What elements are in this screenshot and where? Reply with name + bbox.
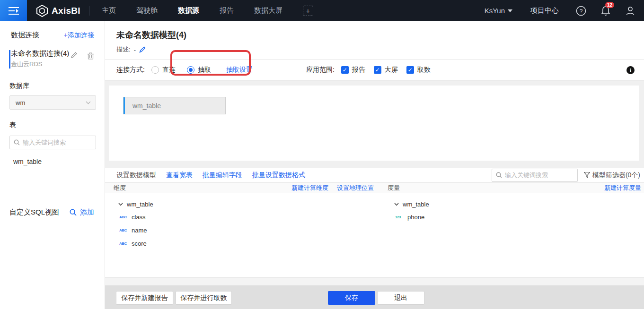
- account-dropdown[interactable]: KsYun: [485, 7, 512, 15]
- nav-item-dashboard[interactable]: 数据大屏: [254, 6, 282, 15]
- sidebar-table-item[interactable]: wm_table: [0, 149, 105, 165]
- nav-item-report[interactable]: 报告: [220, 6, 234, 15]
- field-search-box: [492, 169, 578, 182]
- dimensions-column: wm_table ABC class ABC name ABC score: [105, 193, 381, 277]
- table-search-box: [9, 136, 96, 149]
- field-lists: wm_table ABC class ABC name ABC score: [105, 193, 644, 277]
- help-icon: ?: [576, 6, 586, 16]
- user-icon: [625, 6, 635, 16]
- info-icon[interactable]: i: [626, 66, 635, 74]
- number-type-icon: 123: [395, 215, 403, 219]
- text-type-icon: ABC: [119, 215, 127, 219]
- funnel-icon: [584, 172, 590, 178]
- table-node[interactable]: wm_table: [123, 97, 226, 114]
- footer-strip: [105, 277, 644, 285]
- chevron-down-icon: [394, 203, 399, 206]
- edit-description-icon[interactable]: [139, 46, 146, 53]
- dimension-field-row[interactable]: ABC name: [105, 223, 381, 237]
- nav-item-home[interactable]: 主页: [102, 6, 116, 15]
- measures-column: wm_table 123 phone: [381, 193, 644, 277]
- save-button[interactable]: 保存: [328, 291, 375, 305]
- connection-mode-label: 连接方式:: [116, 66, 145, 74]
- notification-badge: 12: [605, 2, 614, 8]
- checkbox-report[interactable]: ✓ 报告: [341, 66, 365, 74]
- field-list-header: 维度 新建计算维度 设置地理位置 度量 新建计算度量: [105, 182, 644, 193]
- main-panel: 未命名数据模型(4) 描述: - 连接方式: 直连: [105, 21, 644, 309]
- project-center-link[interactable]: 项目中心: [530, 6, 559, 15]
- text-type-icon: ABC: [119, 241, 127, 246]
- save-and-new-report-button[interactable]: 保存并新建报告: [116, 291, 173, 305]
- search-icon: [496, 172, 502, 178]
- text-type-icon: ABC: [119, 228, 127, 232]
- data-connection-title: 数据连接: [11, 31, 39, 40]
- help-button[interactable]: ?: [576, 6, 586, 16]
- table-node-label: wm_table: [125, 102, 161, 110]
- extract-settings-link[interactable]: 抽取设置: [226, 66, 253, 74]
- field-search-input[interactable]: [505, 172, 571, 179]
- add-sql-view-button[interactable]: 添加: [70, 208, 94, 217]
- dimension-group-label: wm_table: [127, 201, 153, 208]
- nav-divider: [89, 6, 89, 16]
- save-and-fetch-button[interactable]: 保存并进行取数: [176, 291, 232, 305]
- hamburger-menu-button[interactable]: [0, 0, 27, 21]
- checkbox-bigscreen[interactable]: ✓ 大屏: [374, 66, 398, 74]
- app-logo[interactable]: AxisBI: [27, 5, 89, 17]
- radio-unchecked-icon: [151, 66, 159, 74]
- dimensions-header: 维度: [114, 184, 126, 192]
- table-label: 表: [0, 110, 105, 129]
- tab-view-wide-table[interactable]: 查看宽表: [166, 171, 193, 180]
- dimension-group-row[interactable]: wm_table: [105, 198, 381, 210]
- connection-type: 金山云RDS: [11, 60, 98, 69]
- radio-direct-connect[interactable]: 直连: [151, 66, 176, 74]
- chevron-down-icon: [508, 9, 512, 12]
- app-logo-text: AxisBI: [52, 6, 80, 16]
- dimension-field-row[interactable]: ABC class: [105, 210, 381, 223]
- add-module-icon[interactable]: +: [303, 6, 313, 16]
- radio-checked-icon: [187, 66, 194, 74]
- checkbox-fetch[interactable]: ✓ 取数: [406, 66, 431, 74]
- measures-header: 度量: [388, 184, 400, 192]
- tab-batch-set-format[interactable]: 批量设置数据格式: [252, 171, 305, 180]
- tab-set-data-model[interactable]: 设置数据模型: [116, 171, 156, 180]
- sidebar: 数据连接 +添加连接 未命名数据连接(4) 金山云RDS: [0, 21, 105, 309]
- new-calc-dimension-link[interactable]: 新建计算维度: [291, 184, 328, 192]
- custom-sql-view-label: 自定义SQL视图: [9, 208, 59, 217]
- checkbox-checked-icon: ✓: [374, 66, 381, 74]
- app-window: AxisBI 主页 驾驶舱 数据源 报告 数据大屏 + KsYun 项目中心 ?: [0, 0, 644, 309]
- notifications-button[interactable]: 12: [600, 6, 611, 16]
- database-select-value: wm: [16, 99, 25, 106]
- connection-list-item[interactable]: 未命名数据连接(4) 金山云RDS: [0, 48, 105, 70]
- connection-name: 未命名数据连接(4): [11, 49, 69, 58]
- footer-bar: 保存并新建报告 保存并进行取数 保存 退出: [105, 285, 644, 309]
- model-canvas[interactable]: wm_table: [109, 86, 639, 161]
- nav-item-datasource[interactable]: 数据源: [178, 6, 199, 15]
- model-filter-button[interactable]: 模型筛选器(0个): [584, 171, 640, 180]
- radio-extract[interactable]: 抽取: [187, 66, 211, 74]
- selected-indicator: [9, 50, 10, 69]
- page-title: 未命名数据模型(4): [116, 29, 644, 41]
- measure-field-row[interactable]: 123 phone: [381, 210, 644, 223]
- edit-connection-icon[interactable]: [71, 52, 77, 58]
- scope-label: 应用范围:: [306, 66, 335, 74]
- dimension-field-row[interactable]: ABC score: [105, 237, 381, 250]
- new-calc-measure-link[interactable]: 新建计算度量: [604, 184, 641, 192]
- table-search-input[interactable]: [23, 139, 89, 146]
- measure-group-label: wm_table: [403, 201, 429, 208]
- set-geo-location-link[interactable]: 设置地理位置: [337, 184, 374, 192]
- user-button[interactable]: [625, 6, 635, 16]
- delete-connection-icon[interactable]: [87, 52, 94, 60]
- nav-item-cockpit[interactable]: 驾驶舱: [136, 6, 158, 15]
- measure-group-row[interactable]: wm_table: [381, 198, 644, 210]
- description-value: -: [134, 46, 136, 53]
- chevron-down-icon: [118, 203, 123, 206]
- sidebar-divider: [0, 202, 105, 202]
- database-label: 数据库: [0, 70, 105, 90]
- tab-batch-edit-fields[interactable]: 批量编辑字段: [203, 171, 242, 180]
- exit-button[interactable]: 退出: [377, 291, 424, 305]
- model-toolbar: 设置数据模型 查看宽表 批量编辑字段 批量设置数据格式: [105, 168, 644, 182]
- top-nav: AxisBI 主页 驾驶舱 数据源 报告 数据大屏 + KsYun 项目中心 ?: [0, 0, 644, 21]
- chevron-down-icon: [86, 101, 91, 104]
- database-select[interactable]: wm: [9, 95, 96, 110]
- search-icon: [14, 139, 20, 146]
- add-connection-button[interactable]: +添加连接: [64, 31, 94, 40]
